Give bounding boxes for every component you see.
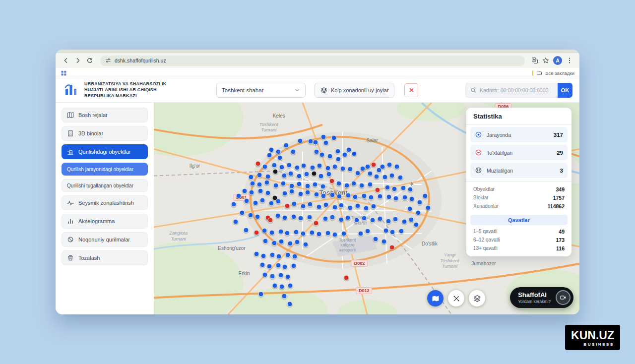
- map-marker[interactable]: [316, 232, 321, 237]
- map-marker[interactable]: [290, 149, 296, 154]
- map-marker[interactable]: [279, 165, 285, 170]
- map-marker[interactable]: [347, 167, 353, 172]
- map-marker[interactable]: [367, 171, 373, 177]
- map-marker[interactable]: [389, 245, 395, 250]
- qavatlar-header[interactable]: Qavatlar: [470, 215, 568, 225]
- map-marker[interactable]: [320, 183, 326, 189]
- map-marker[interactable]: [305, 183, 310, 188]
- sidebar-item-bosh-rejalar[interactable]: Bosh rejalar: [62, 108, 148, 122]
- map-marker[interactable]: [335, 148, 340, 154]
- translate-button[interactable]: [530, 56, 540, 65]
- map-marker[interactable]: [348, 205, 353, 210]
- map-marker[interactable]: [276, 199, 281, 204]
- sidebar-item-tozalash[interactable]: Tozalash: [62, 250, 148, 265]
- map-marker[interactable]: [289, 183, 294, 188]
- map-marker[interactable]: [375, 187, 381, 192]
- map-marker[interactable]: [240, 210, 245, 216]
- map-marker[interactable]: [337, 194, 342, 199]
- region-select[interactable]: Toshkent shahar: [216, 83, 306, 98]
- map-marker[interactable]: [346, 147, 351, 153]
- map-marker[interactable]: [370, 218, 376, 223]
- map-marker[interactable]: [301, 203, 306, 209]
- map-marker[interactable]: [268, 200, 274, 206]
- sidebar-item-qurilishi-tugallangan-obyektlar[interactable]: Qurilishi tugallangan obyektlar: [62, 179, 148, 192]
- map-marker[interactable]: [283, 143, 289, 148]
- map-marker[interactable]: [417, 200, 423, 205]
- map-marker[interactable]: [285, 252, 291, 258]
- map-marker[interactable]: [345, 215, 351, 220]
- map-marker[interactable]: [371, 204, 376, 209]
- map-marker[interactable]: [273, 182, 279, 188]
- map-marker[interactable]: [394, 164, 399, 170]
- map-marker[interactable]: [265, 190, 270, 196]
- map-marker[interactable]: [269, 230, 274, 236]
- map-marker[interactable]: [254, 230, 259, 235]
- map-marker[interactable]: [285, 203, 290, 208]
- map-marker[interactable]: [383, 228, 388, 234]
- map-marker[interactable]: [355, 203, 360, 208]
- map-marker[interactable]: [409, 217, 414, 222]
- map-marker[interactable]: [326, 172, 332, 177]
- map-marker[interactable]: [385, 185, 390, 190]
- browser-avatar[interactable]: A: [553, 56, 562, 65]
- map-marker[interactable]: [317, 163, 322, 169]
- sidebar-item-akselogramma[interactable]: Akselogramma: [62, 214, 148, 229]
- all-bookmarks[interactable]: Все закладки: [532, 70, 574, 76]
- map-marker[interactable]: [386, 194, 392, 200]
- map-marker[interactable]: [352, 151, 357, 156]
- map-marker[interactable]: [286, 163, 292, 168]
- search-ok-button[interactable]: OK: [558, 83, 572, 98]
- housing-layers-button[interactable]: Ko'p xonadonli uy-joylar: [315, 83, 394, 98]
- map-marker[interactable]: [393, 216, 398, 222]
- map-marker[interactable]: [336, 181, 342, 186]
- map-marker[interactable]: [399, 229, 404, 234]
- map-marker[interactable]: [371, 162, 376, 168]
- map-marker[interactable]: [368, 195, 374, 200]
- kadastr-search-input[interactable]: Kadastr: 00:00:00:00:00:0000: [465, 83, 558, 98]
- map-marker[interactable]: [377, 194, 382, 199]
- map-marker[interactable]: [359, 182, 364, 188]
- map-marker[interactable]: [311, 171, 317, 176]
- map-marker[interactable]: [332, 204, 337, 210]
- map-marker[interactable]: [298, 138, 303, 144]
- map-marker[interactable]: [322, 216, 328, 222]
- map-marker[interactable]: [282, 191, 288, 196]
- map-marker[interactable]: [316, 204, 321, 210]
- map-marker[interactable]: [248, 212, 253, 218]
- map-marker[interactable]: [296, 181, 302, 186]
- map-marker[interactable]: [415, 210, 421, 216]
- address-bar[interactable]: dshk.shaffofqurilish.uz: [100, 56, 525, 66]
- map-marker[interactable]: [285, 231, 290, 236]
- map-marker[interactable]: [250, 181, 255, 186]
- map-marker[interactable]: [268, 147, 274, 152]
- map-marker[interactable]: [390, 230, 395, 235]
- map-marker[interactable]: [341, 231, 346, 236]
- measure-button[interactable]: [448, 290, 464, 306]
- map-marker[interactable]: [336, 157, 341, 162]
- bookmark-star-button[interactable]: [541, 56, 551, 65]
- map-marker[interactable]: [259, 198, 265, 203]
- map-marker[interactable]: [352, 194, 358, 200]
- map-marker[interactable]: [285, 274, 291, 279]
- map-marker[interactable]: [262, 238, 268, 243]
- map-marker[interactable]: [279, 284, 285, 290]
- map-marker[interactable]: [282, 293, 287, 299]
- map-marker[interactable]: [249, 189, 254, 195]
- map-marker[interactable]: [289, 189, 294, 194]
- map-marker[interactable]: [301, 231, 306, 237]
- map-marker[interactable]: [329, 178, 334, 183]
- shaffofai-assistant-button[interactable]: ShaffofAI Yordam kerakmi?: [510, 287, 573, 308]
- map-marker[interactable]: [365, 229, 370, 234]
- map-marker[interactable]: [325, 231, 330, 236]
- map-marker[interactable]: [319, 152, 324, 157]
- site-settings-icon[interactable]: [105, 58, 111, 63]
- map-marker[interactable]: [244, 198, 250, 204]
- map-marker[interactable]: [262, 228, 267, 234]
- map-marker[interactable]: [233, 219, 238, 224]
- map-marker[interactable]: [278, 229, 283, 235]
- map-marker[interactable]: [329, 214, 335, 220]
- sidebar-item-qurilishdagi-obyektlar[interactable]: Qurilishdagi obyektlar: [62, 144, 148, 159]
- map-marker[interactable]: [325, 165, 330, 171]
- map-marker[interactable]: [313, 140, 318, 145]
- map-marker[interactable]: [292, 201, 297, 207]
